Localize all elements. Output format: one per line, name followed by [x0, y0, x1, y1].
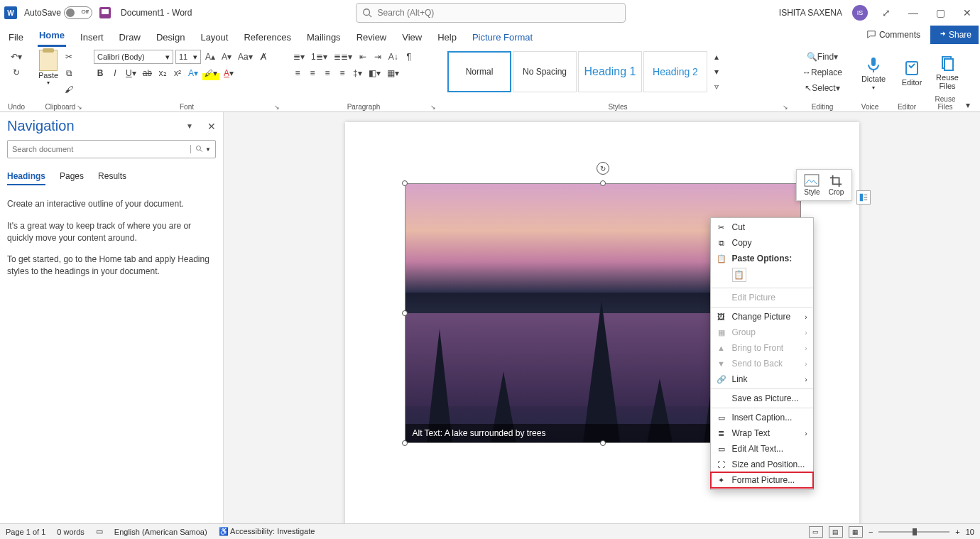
- mini-crop-button[interactable]: Crop: [824, 173, 849, 197]
- save-icon[interactable]: [99, 7, 111, 18]
- ctx-wrap-text[interactable]: ≣Wrap Text›: [711, 425, 813, 441]
- style-heading1[interactable]: Heading 1: [578, 51, 642, 92]
- font-name-combo[interactable]: Calibri (Body)▾: [94, 50, 173, 64]
- shading-button[interactable]: ◧▾: [366, 66, 383, 80]
- rotate-handle[interactable]: [597, 162, 609, 175]
- styles-scroll-up-icon[interactable]: ▴: [710, 50, 723, 64]
- format-painter-button[interactable]: 🖌: [62, 82, 75, 97]
- paragraph-launcher-icon[interactable]: ↘: [430, 104, 436, 111]
- tab-insert[interactable]: Insert: [79, 29, 105, 47]
- bullets-button[interactable]: ≣▾: [291, 50, 307, 64]
- borders-button[interactable]: ▦▾: [385, 66, 401, 80]
- resize-handle-s[interactable]: [600, 440, 606, 446]
- resize-handle-nw[interactable]: [402, 180, 408, 186]
- show-marks-button[interactable]: ¶: [403, 50, 415, 64]
- resize-handle-sw[interactable]: [402, 440, 408, 446]
- justify-button[interactable]: ≡: [336, 66, 349, 80]
- tab-file[interactable]: File: [7, 29, 25, 47]
- increase-indent-button[interactable]: ⇥: [371, 50, 384, 64]
- dictate-button[interactable]: Dictate▾: [856, 50, 891, 97]
- subscript-button[interactable]: x₂: [156, 66, 169, 80]
- superscript-button[interactable]: x²: [171, 66, 184, 80]
- grow-font-button[interactable]: A▴: [203, 50, 217, 64]
- tab-home[interactable]: Home: [38, 27, 66, 47]
- replace-button[interactable]: ↔ Replace: [800, 65, 845, 80]
- strikethrough-button[interactable]: ab: [141, 66, 154, 80]
- align-right-button[interactable]: ≡: [321, 66, 334, 80]
- font-color-button[interactable]: A▾: [222, 66, 236, 80]
- align-center-button[interactable]: ≡: [306, 66, 319, 80]
- nav-tab-pages[interactable]: Pages: [60, 168, 84, 185]
- tab-draw[interactable]: Draw: [118, 29, 142, 47]
- paste-button[interactable]: Paste: [38, 71, 58, 80]
- avatar[interactable]: IS: [852, 5, 868, 21]
- navigation-search[interactable]: ▼: [7, 140, 216, 158]
- styles-scroll-down-icon[interactable]: ▾: [710, 65, 723, 79]
- autosave-toggle[interactable]: Off: [64, 6, 92, 19]
- style-heading2[interactable]: Heading 2: [643, 51, 707, 92]
- resize-handle-n[interactable]: [600, 180, 606, 186]
- ctx-paste-keep-source[interactable]: 📋: [732, 268, 746, 282]
- reuse-files-button[interactable]: Reuse Files: [930, 50, 964, 95]
- copy-button[interactable]: ⧉: [62, 66, 75, 80]
- undo-button[interactable]: ↶▾: [9, 50, 24, 64]
- styles-launcher-icon[interactable]: ↘: [783, 104, 788, 111]
- navigation-close-icon[interactable]: ✕: [207, 121, 216, 132]
- tab-picture-format[interactable]: Picture Format: [471, 29, 534, 47]
- status-text-predictions-icon[interactable]: ▭: [96, 527, 103, 536]
- nav-tab-headings[interactable]: Headings: [7, 168, 45, 185]
- comments-button[interactable]: Comments: [861, 27, 926, 43]
- page[interactable]: Alt Text: A lake surrounded by trees Sty…: [345, 122, 859, 523]
- status-language[interactable]: English (American Samoa): [114, 528, 207, 536]
- font-launcher-icon[interactable]: ↘: [274, 104, 280, 111]
- font-size-combo[interactable]: 11▾: [175, 50, 201, 64]
- view-web-layout-icon[interactable]: ▦: [849, 526, 863, 538]
- ctx-insert-caption[interactable]: ▭Insert Caption...: [711, 410, 813, 425]
- tab-mailings[interactable]: Mailings: [305, 29, 342, 47]
- select-button[interactable]: ↖ Select ▾: [800, 81, 845, 95]
- status-accessibility[interactable]: ♿ Accessibility: Investigate: [219, 527, 315, 536]
- sort-button[interactable]: A↓: [386, 50, 401, 64]
- view-print-layout-icon[interactable]: ▤: [829, 526, 843, 538]
- numbering-button[interactable]: 1≣▾: [309, 50, 330, 64]
- styles-more-icon[interactable]: ▿: [710, 80, 723, 94]
- layout-options-button[interactable]: [856, 190, 871, 205]
- navigation-dropdown-icon[interactable]: ▼: [186, 122, 193, 130]
- align-left-button[interactable]: ≡: [291, 66, 304, 80]
- navigation-search-input[interactable]: [12, 145, 190, 153]
- style-no-spacing[interactable]: No Spacing: [513, 51, 577, 92]
- ctx-copy[interactable]: ⧉Copy: [711, 235, 813, 251]
- tab-view[interactable]: View: [401, 29, 423, 47]
- bold-button[interactable]: B: [94, 66, 107, 80]
- redo-button[interactable]: ↻: [10, 65, 23, 80]
- minimize-button[interactable]: —: [905, 4, 922, 21]
- ctx-save-as-picture[interactable]: Save as Picture...: [711, 391, 813, 406]
- clear-formatting-button[interactable]: A̸: [257, 50, 270, 64]
- share-button[interactable]: Share: [930, 26, 979, 44]
- multilevel-list-button[interactable]: ≣≣▾: [332, 50, 354, 64]
- ctx-cut[interactable]: ✂Cut: [711, 219, 813, 235]
- styles-gallery[interactable]: Normal No Spacing Heading 1 Heading 2 ▴ …: [447, 50, 788, 94]
- resize-handle-w[interactable]: [402, 310, 408, 316]
- maximize-button[interactable]: ▢: [932, 4, 949, 21]
- underline-button[interactable]: U▾: [124, 66, 138, 80]
- decrease-indent-button[interactable]: ⇤: [356, 50, 369, 64]
- find-button[interactable]: 🔍 Find ▾: [800, 50, 845, 64]
- view-focus-icon[interactable]: ▭: [809, 526, 823, 538]
- highlight-button[interactable]: 🖊▾: [202, 66, 219, 80]
- tab-review[interactable]: Review: [355, 29, 388, 47]
- tab-design[interactable]: Design: [155, 29, 186, 47]
- change-case-button[interactable]: Aa▾: [236, 50, 255, 64]
- document-area[interactable]: Alt Text: A lake surrounded by trees Sty…: [224, 112, 980, 523]
- zoom-in-button[interactable]: +: [955, 528, 959, 536]
- editor-button[interactable]: Editor: [895, 50, 929, 97]
- line-spacing-button[interactable]: ‡▾: [351, 66, 364, 80]
- ribbon-collapse-icon[interactable]: ▾: [962, 98, 974, 112]
- ctx-format-picture[interactable]: ✦Format Picture...: [711, 472, 813, 488]
- italic-button[interactable]: I: [109, 66, 121, 80]
- tab-help[interactable]: Help: [436, 29, 458, 47]
- ctx-edit-alt-text[interactable]: ▭Edit Alt Text...: [711, 441, 813, 457]
- tab-references[interactable]: References: [242, 29, 292, 47]
- paste-icon[interactable]: [39, 50, 58, 71]
- text-effects-button[interactable]: A▾: [186, 66, 200, 80]
